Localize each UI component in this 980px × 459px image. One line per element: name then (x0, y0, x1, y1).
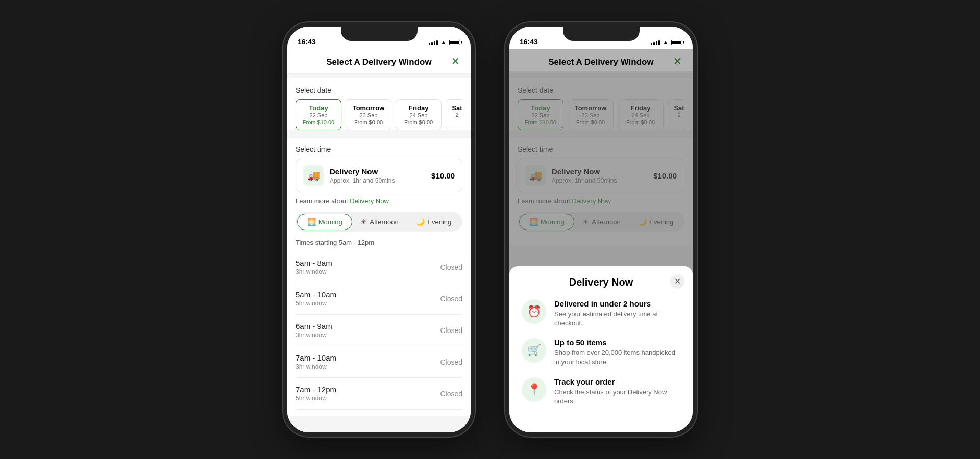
slot-status-5: Closed (440, 390, 462, 398)
time-slot-4[interactable]: 7am - 10am 3hr window Closed (296, 346, 462, 378)
battery-fill-1 (450, 41, 459, 44)
date-day-2: Tomorrow (351, 104, 386, 112)
modal-header-1: Select A Delivery Window ✕ (287, 49, 471, 74)
time-tabs-1: 🌅 Morning ☀ Afternoon 🌙 Evening (296, 212, 462, 232)
wifi-icon-1: ▲ (440, 39, 447, 46)
slot-window-2: 5hr window (296, 300, 336, 307)
tab-morning-label-1: Morning (318, 218, 342, 226)
slot-info-3: 6am - 9am 3hr window (296, 322, 332, 339)
date-card-today-1[interactable]: Today 22 Sep From $10.00 (296, 99, 341, 130)
phones-container: 16:43 ▲ Select A Delivery Window ✕ (283, 22, 697, 437)
phone-1: 16:43 ▲ Select A Delivery Window ✕ (283, 22, 475, 437)
phone-2: 16:43 ▲ Select A Delivery Window ✕ (505, 22, 697, 437)
date-num-2: 23 Sep (351, 112, 386, 118)
close-button-1[interactable]: ✕ (448, 54, 462, 68)
signal-bar (431, 42, 433, 45)
popup-item-desc-2: Shop from over 20,000 items handpicked i… (554, 348, 680, 367)
slot-status-3: Closed (440, 326, 462, 335)
status-time-1: 16:43 (298, 38, 316, 46)
popup-item-icon-1: ⏰ (522, 299, 546, 324)
battery-fill-2 (672, 41, 681, 44)
time-slot-2[interactable]: 5am - 10am 5hr window Closed (296, 283, 462, 315)
slot-window-3: 3hr window (296, 332, 332, 339)
slot-time-2: 5am - 10am (296, 290, 336, 299)
morning-icon-1: 🌅 (307, 218, 316, 226)
slot-info-4: 7am - 10am 3hr window (296, 353, 336, 370)
slot-status-2: Closed (440, 295, 462, 303)
date-price-1: From $10.00 (301, 119, 336, 125)
popup-item-icon-3: 📍 (522, 377, 546, 402)
delivery-info-1: Delivery Now Approx. 1hr and 50mins (330, 167, 425, 184)
time-slot-5[interactable]: 7am - 12pm 5hr window Closed (296, 378, 462, 410)
popup-item-content-2: Up to 50 items Shop from over 20,000 ite… (554, 338, 680, 367)
popup-item-desc-3: Check the status of your Delivery Now or… (554, 388, 680, 406)
popup-overlay: ✕ Delivery Now ⏰ Delivered in under 2 ho… (509, 49, 693, 432)
select-time-label-1: Select time (296, 145, 462, 154)
slot-info-5: 7am - 12pm 5hr window (296, 385, 336, 402)
delivery-approx-1: Approx. 1hr and 50mins (330, 177, 425, 184)
signal-bar (651, 43, 652, 45)
slot-time-5: 7am - 12pm (296, 385, 336, 394)
wifi-icon-2: ▲ (663, 39, 669, 46)
delivery-truck-icon-1: 🚚 (303, 165, 324, 186)
tab-morning-1[interactable]: 🌅 Morning (297, 214, 352, 230)
popup-sheet: ✕ Delivery Now ⏰ Delivered in under 2 ho… (509, 266, 693, 432)
date-day-4: Sat (449, 104, 462, 112)
signal-bars-2 (651, 39, 660, 45)
date-num-3: 24 Sep (401, 112, 436, 118)
slot-window-1: 3hr window (296, 268, 332, 275)
slot-window-5: 5hr window (296, 395, 336, 402)
tab-evening-1[interactable]: 🌙 Evening (407, 214, 461, 230)
tab-afternoon-label-1: Afternoon (370, 218, 398, 226)
tab-afternoon-1[interactable]: ☀ Afternoon (352, 214, 406, 230)
slot-status-4: Closed (440, 358, 462, 366)
screen-1: Select A Delivery Window ✕ Select date T… (287, 49, 471, 432)
status-time-2: 16:43 (520, 38, 538, 46)
phone-notch-1 (341, 27, 418, 41)
popup-item-content-3: Track your order Check the status of you… (554, 377, 680, 406)
delivery-now-card-1[interactable]: 🚚 Delivery Now Approx. 1hr and 50mins $1… (296, 159, 462, 192)
signal-bar (429, 43, 430, 45)
date-price-3: From $0.00 (401, 119, 436, 125)
popup-item-content-1: Delivered in under 2 hours See your esti… (554, 299, 680, 328)
signal-bar (658, 40, 660, 45)
date-day-1: Today (301, 104, 336, 112)
battery-icon-1 (449, 40, 460, 45)
delivery-price-1: $10.00 (431, 171, 455, 180)
slot-time-1: 5am - 8am (296, 259, 332, 267)
learn-more-link-1[interactable]: Delivery Now (350, 197, 389, 205)
slot-info-2: 5am - 10am 5hr window (296, 290, 336, 307)
signal-bars-1 (429, 39, 438, 45)
select-date-label-1: Select date (296, 86, 462, 94)
signal-bar (436, 40, 438, 45)
date-price-2: From $0.00 (351, 119, 386, 125)
popup-item-desc-1: See your estimated delivery time at chec… (554, 310, 680, 328)
afternoon-icon-1: ☀ (360, 218, 367, 226)
popup-close-button[interactable]: ✕ (670, 274, 684, 289)
date-card-friday-1[interactable]: Friday 24 Sep From $0.00 (396, 99, 442, 130)
popup-item-2: 🛒 Up to 50 items Shop from over 20,000 i… (522, 338, 680, 367)
modal-title-1: Select A Delivery Window (326, 57, 431, 67)
tab-evening-label-1: Evening (427, 218, 451, 226)
screen-2: Select A Delivery Window ✕ Select date T… (509, 49, 693, 432)
delivery-name-1: Delivery Now (330, 167, 425, 176)
popup-title: Delivery Now (522, 276, 680, 288)
learn-more-1: Learn more about Delivery Now (296, 197, 462, 205)
date-day-3: Friday (401, 104, 436, 112)
slot-window-4: 3hr window (296, 363, 336, 370)
status-icons-1: ▲ (429, 39, 460, 46)
time-slot-1[interactable]: 5am - 8am 3hr window Closed (296, 251, 462, 283)
date-card-sat-1[interactable]: Sat 2 (446, 99, 462, 130)
time-slot-3[interactable]: 6am - 9am 3hr window Closed (296, 315, 462, 346)
slot-time-4: 7am - 10am (296, 353, 336, 362)
signal-bar (653, 42, 655, 45)
popup-item-1: ⏰ Delivered in under 2 hours See your es… (522, 299, 680, 328)
date-card-tomorrow-1[interactable]: Tomorrow 23 Sep From $0.00 (346, 99, 391, 130)
popup-item-title-2: Up to 50 items (554, 338, 680, 347)
popup-item-icon-2: 🛒 (522, 338, 546, 363)
popup-item-title-3: Track your order (554, 377, 680, 386)
evening-icon-1: 🌙 (416, 218, 425, 226)
date-row-1: Today 22 Sep From $10.00 Tomorrow 23 Sep… (296, 99, 462, 130)
signal-bar (434, 41, 435, 45)
popup-item-title-1: Delivered in under 2 hours (554, 299, 680, 308)
